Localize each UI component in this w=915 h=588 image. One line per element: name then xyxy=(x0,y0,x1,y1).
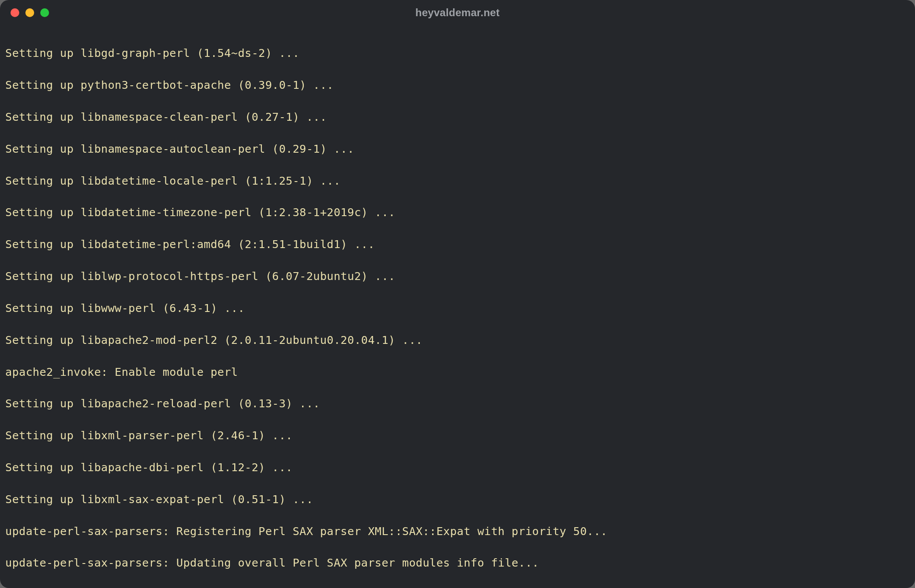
output-line: update-perl-sax-parsers: Registering Per… xyxy=(5,524,910,539)
close-icon[interactable] xyxy=(11,8,19,17)
window-title: heyvaldemar.net xyxy=(0,7,915,19)
traffic-lights xyxy=(11,8,49,17)
output-line: update-perl-sax-parsers: Updating overal… xyxy=(5,555,910,571)
output-line: Setting up libwww-perl (6.43-1) ... xyxy=(5,301,910,316)
output-line: Setting up libapache-dbi-perl (1.12-2) .… xyxy=(5,460,910,476)
output-line: Setting up python3-certbot-apache (0.39.… xyxy=(5,77,910,93)
terminal-body[interactable]: Setting up libgd-graph-perl (1.54~ds-2) … xyxy=(0,25,915,588)
output-line: Setting up libdatetime-perl:amd64 (2:1.5… xyxy=(5,237,910,252)
output-line: Setting up liblwp-protocol-https-perl (6… xyxy=(5,269,910,284)
minimize-icon[interactable] xyxy=(25,8,34,17)
titlebar: heyvaldemar.net xyxy=(0,0,915,25)
output-line: Setting up libxml-sax-expat-perl (0.51-1… xyxy=(5,492,910,508)
output-line: Setting up libnamespace-autoclean-perl (… xyxy=(5,141,910,157)
output-line: Setting up libgd-graph-perl (1.54~ds-2) … xyxy=(5,46,910,61)
terminal-window: heyvaldemar.net Setting up libgd-graph-p… xyxy=(0,0,915,588)
output-line: Setting up libnamespace-clean-perl (0.27… xyxy=(5,109,910,125)
output-line: Setting up libdatetime-locale-perl (1:1.… xyxy=(5,173,910,189)
output-line: Setting up libxml-parser-perl (2.46-1) .… xyxy=(5,428,910,444)
output-line: Setting up libapache2-reload-perl (0.13-… xyxy=(5,396,910,412)
output-line: Setting up libdatetime-timezone-perl (1:… xyxy=(5,205,910,220)
output-line: apache2_invoke: Enable module perl xyxy=(5,364,910,380)
output-line: Setting up libapache2-mod-perl2 (2.0.11-… xyxy=(5,332,910,348)
maximize-icon[interactable] xyxy=(40,8,49,17)
